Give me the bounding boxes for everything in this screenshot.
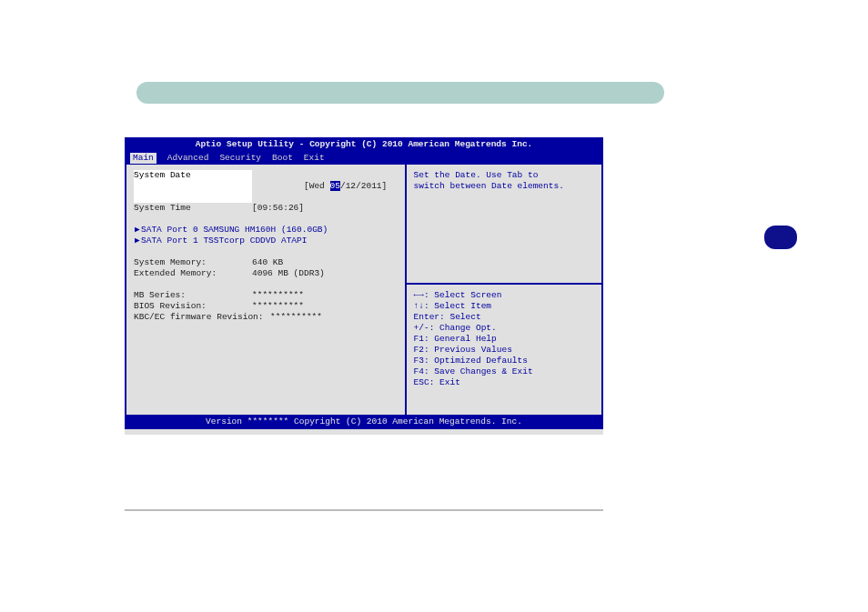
context-help: Set the Date. Use Tab to switch between …: [407, 165, 601, 283]
key-legend: ←→: Select Screen ↑↓: Select Item Enter:…: [407, 283, 601, 415]
sata-port-1-row[interactable]: ▶ SATA Port 1 TSSTcorp CDDVD ATAPI: [134, 236, 398, 246]
help-panel: Set the Date. Use Tab to switch between …: [407, 165, 601, 415]
bios-title-bar: Aptio Setup Utility - Copyright (C) 2010…: [125, 137, 603, 152]
menu-tab-exit[interactable]: Exit: [304, 153, 325, 164]
sata-port-0-text: SATA Port 0 SAMSUNG HM160H (160.0GB): [141, 225, 328, 235]
kbc-ec-revision-row: KBC/EC firmware Revision: **********: [134, 312, 398, 323]
system-time-row[interactable]: System Time [09:56:26]: [134, 203, 398, 214]
system-memory-value: 640 KB: [252, 257, 283, 268]
bios-revision-row: BIOS Revision: **********: [134, 301, 398, 312]
help-line-2: switch between Date elements.: [414, 181, 594, 192]
date-prefix: [Wed: [304, 181, 330, 191]
key-previous-values: F2: Previous Values: [414, 345, 594, 356]
mb-series-row: MB Series: **********: [134, 290, 398, 301]
date-suffix: /12/2011]: [340, 181, 387, 191]
sata-port-1-text: SATA Port 1 TSSTcorp CDDVD ATAPI: [141, 236, 307, 246]
extended-memory-row: Extended Memory: 4096 MB (DDR3): [134, 268, 398, 279]
system-time-value[interactable]: [09:56:26]: [252, 203, 304, 214]
mb-series-value: **********: [252, 290, 304, 301]
menu-tab-advanced[interactable]: Advanced: [167, 153, 209, 164]
key-select-screen: ←→: Select Screen: [414, 290, 594, 301]
kbc-ec-revision-value: **********: [270, 312, 322, 323]
key-optimized-defaults: F3: Optimized Defaults: [414, 356, 594, 366]
mb-series-label: MB Series:: [134, 290, 252, 301]
system-time-label: System Time: [134, 203, 252, 214]
system-date-value[interactable]: [Wed 05/12/2011]: [252, 170, 387, 203]
system-date-row[interactable]: System Date [Wed 05/12/2011]: [134, 170, 398, 203]
system-memory-row: System Memory: 640 KB: [134, 257, 398, 268]
system-date-label: System Date: [134, 170, 252, 203]
bios-footer: Version ******** Copyright (C) 2010 Amer…: [125, 415, 603, 429]
key-save-exit: F4: Save Changes & Exit: [414, 366, 594, 377]
bios-setup-window: Aptio Setup Utility - Copyright (C) 2010…: [125, 137, 603, 435]
date-editable-field[interactable]: 05: [330, 181, 340, 191]
key-change-opt: +/-: Change Opt.: [414, 323, 594, 334]
key-esc-exit: ESC: Exit: [414, 377, 594, 388]
settings-panel: System Date [Wed 05/12/2011] System Time…: [126, 165, 407, 415]
help-line-1: Set the Date. Use Tab to: [414, 170, 594, 181]
system-memory-label: System Memory:: [134, 257, 252, 268]
bios-revision-label: BIOS Revision:: [134, 301, 252, 312]
sata-port-0-row[interactable]: ▶ SATA Port 0 SAMSUNG HM160H (160.0GB): [134, 225, 398, 236]
decorative-pill: [136, 82, 664, 104]
kbc-ec-revision-label: KBC/EC firmware Revision:: [134, 312, 270, 323]
page-marker-badge: [764, 226, 797, 249]
submenu-arrow-icon: ▶: [135, 225, 140, 236]
key-general-help: F1: General Help: [414, 334, 594, 345]
extended-memory-label: Extended Memory:: [134, 268, 252, 279]
bios-menu-bar: Main Advanced Security Boot Exit: [125, 152, 603, 165]
menu-tab-security[interactable]: Security: [219, 153, 261, 164]
menu-tab-main[interactable]: Main: [130, 153, 156, 164]
extended-memory-value: 4096 MB (DDR3): [252, 268, 325, 279]
bios-revision-value: **********: [252, 301, 304, 312]
submenu-arrow-icon: ▶: [135, 236, 140, 246]
key-select-item: ↑↓: Select Item: [414, 301, 594, 312]
menu-tab-boot[interactable]: Boot: [272, 153, 293, 164]
content-area: System Date [Wed 05/12/2011] System Time…: [125, 165, 603, 415]
divider: [125, 509, 603, 511]
key-enter-select: Enter: Select: [414, 312, 594, 323]
